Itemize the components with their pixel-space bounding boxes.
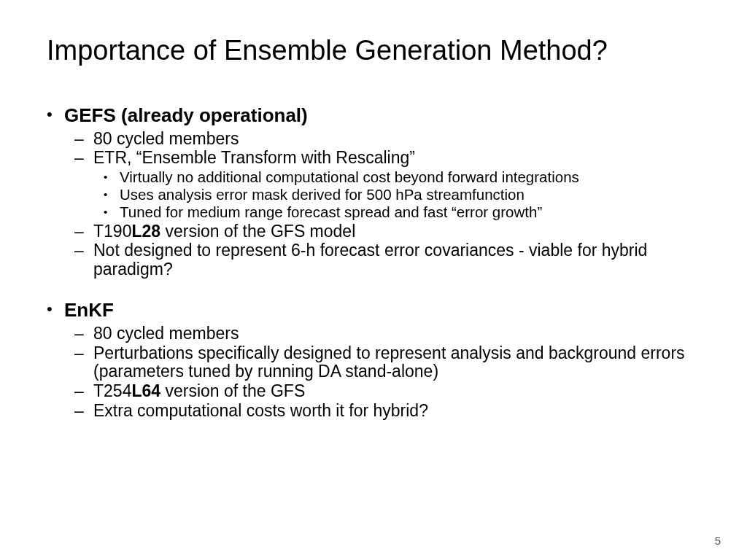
list-item: 80 cycled members [93,324,703,343]
item-text: version of the GFS [160,381,305,400]
list-item: Extra computational costs worth it for h… [93,402,703,421]
item-text: ETR, “Ensemble Transform with Rescaling” [93,148,415,167]
sublist: 80 cycled members Perturbations specific… [64,324,703,421]
list-item: Not designed to represent 6-h forecast e… [93,241,703,279]
item-text: T254 [93,381,131,400]
section-gefs: GEFS (already operational) 80 cycled mem… [64,105,703,279]
item-text: T190 [93,222,131,241]
list-item: ETR, “Ensemble Transform with Rescaling”… [93,149,703,221]
item-text: “error growth” [452,203,542,220]
section-enkf: EnKF 80 cycled members Perturbations spe… [64,300,703,421]
bullet-list: GEFS (already operational) 80 cycled mem… [47,105,703,279]
list-item: T254L64 version of the GFS [93,382,703,401]
spacer [47,281,703,300]
sublist: 80 cycled members ETR, “Ensemble Transfo… [64,130,703,279]
section-head: GEFS (already operational) [64,104,308,126]
list-item: Uses analysis error mask derived for 500… [120,186,703,203]
slide-title: Importance of Ensemble Generation Method… [47,35,703,67]
list-item: Virtually no additional computational co… [120,168,703,186]
list-item: Tuned for medium range forecast spread a… [120,203,703,221]
item-text: version of the GFS model [160,222,355,241]
slide: Importance of Ensemble Generation Method… [0,0,747,560]
item-bold: L28 [131,222,160,241]
page-number: 5 [715,534,721,547]
list-item: 80 cycled members [93,130,703,149]
section-head: EnKF [64,299,114,321]
bullet-list: EnKF 80 cycled members Perturbations spe… [47,300,703,421]
list-item: Perturbations specifically designed to r… [93,344,703,382]
subsublist: Virtually no additional computational co… [93,168,703,222]
list-item: T190L28 version of the GFS model [93,222,703,241]
item-text: Tuned for medium range forecast spread a… [120,203,452,220]
item-bold: L64 [131,381,160,400]
